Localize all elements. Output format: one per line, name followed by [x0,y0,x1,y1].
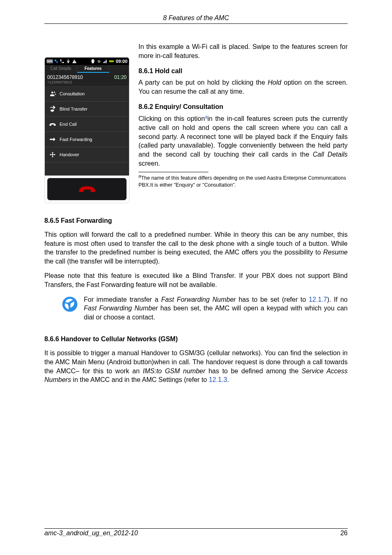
svg-rect-1 [109,60,113,62]
signal-icon [103,59,108,64]
end-call-icon [49,120,56,128]
footnote-rule [138,172,208,172]
phone-screenshot: talk 09:00 Call Details [44,57,129,203]
phone-call-icon [60,59,65,64]
heading-8-6-2: 8.6.2 Enquiry/ Consultation [138,103,348,111]
call-header: 0012345678910 +12345678912 01:20 [45,73,129,86]
footer-page-number: 26 [340,530,348,537]
hangup-icon [78,184,96,194]
feature-end-call[interactable]: End Call [45,117,129,132]
caller-number: 0012345678910 [47,74,83,80]
feature-label: Fast Forwarding [60,137,92,142]
tab-empty [109,65,129,73]
battery-icon [109,59,115,64]
feature-handover[interactable]: Handover [45,147,129,162]
body-8-6-1: A party can be put on hold by clicking t… [138,78,348,96]
feature-label: Consultation [60,91,85,96]
heading-8-6-6: 8.6.6 Handover to Cellular Networks (GSM… [44,335,348,343]
feature-blind-transfer[interactable]: Blind Transfer [45,102,129,117]
feature-label: Blind Transfer [60,106,88,111]
tab-bar: Call Details Features [45,65,129,73]
status-time: 09:00 [116,59,127,64]
handover-icon [49,151,56,158]
wifi-icon [97,59,101,64]
consultation-icon [49,90,56,97]
footnote-a: aThe name of this feature differs depend… [138,173,348,188]
feature-label: End Call [60,122,77,127]
usb-icon [66,59,71,64]
warning-icon [72,59,77,64]
footer-doc-id: amc-3_android_ug_en_2012-10 [44,530,138,537]
running-header: 8 Features of the AMC [44,14,348,24]
tab-features[interactable]: Features [77,65,110,73]
call-elapsed: 01:20 [114,74,127,84]
fast-forwarding-icon [49,136,56,143]
blind-transfer-icon [49,105,56,113]
vibrate-icon [90,59,95,64]
info-icon [62,296,78,312]
heading-8-6-5: 8.6.5 Fast Forwarding [44,217,348,224]
page-footer: amc-3_android_ug_en_2012-10 26 [44,528,348,537]
text-run: Clicking on this option [138,116,205,123]
talk-badge-icon: talk [46,59,53,63]
link-12-1-7[interactable]: 12.1.7 [309,296,327,303]
body-8-6-2: Clicking on this optionain the in-call f… [138,114,348,168]
heading-8-6-1: 8.6.1 Hold call [138,67,348,75]
feature-blank [45,162,129,176]
feature-fast-forwarding[interactable]: Fast Forwarding [45,132,129,147]
footnote-ref-a[interactable]: a [205,114,208,119]
info-note-text: For immediate transfer a Fast Forwarding… [84,295,348,322]
body-8-6-6: It is possible to trigger a manual Hando… [44,349,348,384]
body-8-6-5-p1: This option will forward the call to a p… [44,230,348,266]
feature-label: Handover [60,152,79,157]
link-12-1-3[interactable]: 12.1.3 [209,376,227,383]
footnote-body: The name of this feature differs dependi… [138,175,346,187]
info-note: For immediate transfer a Fast Forwarding… [62,295,348,322]
svg-rect-0 [92,60,94,63]
status-bar: talk 09:00 [45,58,129,65]
intro-paragraph: In this example a Wi-Fi call is placed. … [138,42,348,60]
feature-consultation[interactable]: Consultation [45,86,129,102]
caller-sub: +12345678912 [47,80,83,84]
body-8-6-5-p2: Please note that this feature is execute… [44,271,348,289]
svg-rect-2 [113,61,114,62]
tab-call-details[interactable]: Call Details [45,65,77,73]
app-dots-icon [54,59,58,63]
hangup-bar[interactable] [47,178,127,200]
